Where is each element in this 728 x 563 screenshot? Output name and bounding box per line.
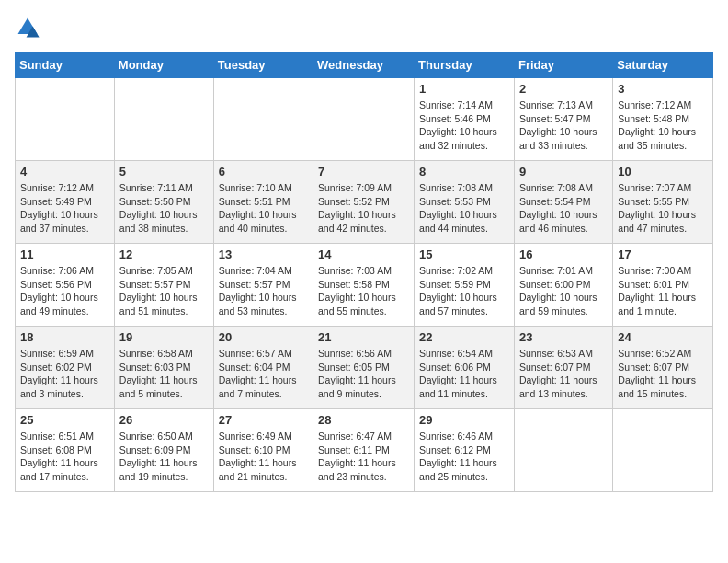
day-number: 20 <box>219 330 308 344</box>
calendar-cell: 4Sunrise: 7:12 AMSunset: 5:49 PMDaylight… <box>16 161 115 244</box>
day-info: Sunrise: 7:08 AMSunset: 5:54 PMDaylight:… <box>519 181 608 236</box>
calendar-cell <box>16 78 115 161</box>
day-info: Sunrise: 7:12 AMSunset: 5:48 PMDaylight:… <box>618 98 708 153</box>
day-number: 15 <box>419 247 509 261</box>
calendar-cell <box>213 78 313 161</box>
calendar-cell: 11Sunrise: 7:06 AMSunset: 5:56 PMDayligh… <box>16 244 115 327</box>
day-number: 16 <box>519 247 608 261</box>
day-info: Sunrise: 7:07 AMSunset: 5:55 PMDaylight:… <box>618 181 708 236</box>
calendar-cell: 27Sunrise: 6:49 AMSunset: 6:10 PMDayligh… <box>213 409 313 492</box>
day-number: 7 <box>318 165 409 178</box>
calendar-week-2: 4Sunrise: 7:12 AMSunset: 5:49 PMDaylight… <box>16 161 713 244</box>
day-number: 13 <box>219 247 308 261</box>
day-info: Sunrise: 6:46 AMSunset: 6:12 PMDaylight:… <box>419 430 509 484</box>
day-number: 28 <box>318 413 409 427</box>
calendar-cell: 14Sunrise: 7:03 AMSunset: 5:58 PMDayligh… <box>313 244 415 327</box>
calendar-cell: 22Sunrise: 6:54 AMSunset: 6:06 PMDayligh… <box>415 327 515 409</box>
calendar-cell: 2Sunrise: 7:13 AMSunset: 5:47 PMDaylight… <box>514 78 612 161</box>
calendar-cell: 20Sunrise: 6:57 AMSunset: 6:04 PMDayligh… <box>213 327 313 409</box>
day-info: Sunrise: 7:03 AMSunset: 5:58 PMDaylight:… <box>318 264 409 318</box>
calendar-cell: 5Sunrise: 7:11 AMSunset: 5:50 PMDaylight… <box>114 161 213 244</box>
day-number: 18 <box>20 330 109 344</box>
calendar-header-tuesday: Tuesday <box>213 52 313 78</box>
day-info: Sunrise: 6:51 AMSunset: 6:08 PMDaylight:… <box>20 430 109 484</box>
calendar-cell: 28Sunrise: 6:47 AMSunset: 6:11 PMDayligh… <box>313 409 415 492</box>
calendar-cell: 16Sunrise: 7:01 AMSunset: 6:00 PMDayligh… <box>514 244 612 327</box>
calendar-header-thursday: Thursday <box>415 52 515 78</box>
calendar-week-4: 18Sunrise: 6:59 AMSunset: 6:02 PMDayligh… <box>16 327 713 409</box>
day-number: 6 <box>219 165 308 178</box>
day-number: 3 <box>618 82 708 96</box>
calendar-cell: 3Sunrise: 7:12 AMSunset: 5:48 PMDaylight… <box>613 78 713 161</box>
day-info: Sunrise: 6:54 AMSunset: 6:06 PMDaylight:… <box>419 347 509 401</box>
calendar-cell: 25Sunrise: 6:51 AMSunset: 6:08 PMDayligh… <box>16 409 115 492</box>
calendar-week-1: 1Sunrise: 7:14 AMSunset: 5:46 PMDaylight… <box>16 78 713 161</box>
day-info: Sunrise: 7:04 AMSunset: 5:57 PMDaylight:… <box>219 264 308 318</box>
header <box>15 15 713 40</box>
day-info: Sunrise: 6:58 AMSunset: 6:03 PMDaylight:… <box>119 347 209 401</box>
day-number: 2 <box>519 82 608 96</box>
calendar-table: SundayMondayTuesdayWednesdayThursdayFrid… <box>15 52 713 492</box>
day-info: Sunrise: 7:06 AMSunset: 5:56 PMDaylight:… <box>20 264 109 318</box>
calendar-header-sunday: Sunday <box>16 52 115 78</box>
day-info: Sunrise: 7:01 AMSunset: 6:00 PMDaylight:… <box>519 264 608 318</box>
calendar-cell: 29Sunrise: 6:46 AMSunset: 6:12 PMDayligh… <box>415 409 515 492</box>
day-number: 1 <box>419 82 509 96</box>
calendar-cell: 19Sunrise: 6:58 AMSunset: 6:03 PMDayligh… <box>114 327 213 409</box>
calendar-week-3: 11Sunrise: 7:06 AMSunset: 5:56 PMDayligh… <box>16 244 713 327</box>
day-number: 21 <box>318 330 409 344</box>
calendar-header-saturday: Saturday <box>613 52 713 78</box>
day-number: 5 <box>119 165 209 178</box>
day-info: Sunrise: 7:11 AMSunset: 5:50 PMDaylight:… <box>119 181 209 236</box>
calendar-cell: 15Sunrise: 7:02 AMSunset: 5:59 PMDayligh… <box>415 244 515 327</box>
day-number: 12 <box>119 247 209 261</box>
day-number: 4 <box>20 165 109 178</box>
day-number: 14 <box>318 247 409 261</box>
calendar-cell: 21Sunrise: 6:56 AMSunset: 6:05 PMDayligh… <box>313 327 415 409</box>
day-number: 23 <box>519 330 608 344</box>
day-info: Sunrise: 6:56 AMSunset: 6:05 PMDaylight:… <box>318 347 409 401</box>
day-info: Sunrise: 6:59 AMSunset: 6:02 PMDaylight:… <box>20 347 109 401</box>
calendar-cell: 9Sunrise: 7:08 AMSunset: 5:54 PMDaylight… <box>514 161 612 244</box>
day-number: 10 <box>618 165 708 178</box>
day-info: Sunrise: 6:47 AMSunset: 6:11 PMDaylight:… <box>318 430 409 484</box>
calendar-cell: 26Sunrise: 6:50 AMSunset: 6:09 PMDayligh… <box>114 409 213 492</box>
calendar-cell: 12Sunrise: 7:05 AMSunset: 5:57 PMDayligh… <box>114 244 213 327</box>
day-info: Sunrise: 7:09 AMSunset: 5:52 PMDaylight:… <box>318 181 409 236</box>
calendar-cell: 7Sunrise: 7:09 AMSunset: 5:52 PMDaylight… <box>313 161 415 244</box>
calendar-cell: 17Sunrise: 7:00 AMSunset: 6:01 PMDayligh… <box>613 244 713 327</box>
logo-icon <box>15 15 40 40</box>
calendar-cell: 8Sunrise: 7:08 AMSunset: 5:53 PMDaylight… <box>415 161 515 244</box>
day-number: 8 <box>419 165 509 178</box>
day-info: Sunrise: 7:10 AMSunset: 5:51 PMDaylight:… <box>219 181 308 236</box>
day-number: 25 <box>20 413 109 427</box>
day-number: 11 <box>20 247 109 261</box>
calendar-cell: 18Sunrise: 6:59 AMSunset: 6:02 PMDayligh… <box>16 327 115 409</box>
calendar-cell: 1Sunrise: 7:14 AMSunset: 5:46 PMDaylight… <box>415 78 515 161</box>
logo <box>15 15 44 40</box>
calendar-cell: 24Sunrise: 6:52 AMSunset: 6:07 PMDayligh… <box>613 327 713 409</box>
day-number: 9 <box>519 165 608 178</box>
day-number: 27 <box>219 413 308 427</box>
day-number: 22 <box>419 330 509 344</box>
calendar-cell <box>114 78 213 161</box>
day-info: Sunrise: 6:49 AMSunset: 6:10 PMDaylight:… <box>219 430 308 484</box>
day-number: 19 <box>119 330 209 344</box>
calendar-cell: 13Sunrise: 7:04 AMSunset: 5:57 PMDayligh… <box>213 244 313 327</box>
calendar-cell <box>514 409 612 492</box>
day-info: Sunrise: 6:57 AMSunset: 6:04 PMDaylight:… <box>219 347 308 401</box>
calendar-cell <box>313 78 415 161</box>
calendar-cell: 10Sunrise: 7:07 AMSunset: 5:55 PMDayligh… <box>613 161 713 244</box>
calendar-cell <box>613 409 713 492</box>
day-info: Sunrise: 7:00 AMSunset: 6:01 PMDaylight:… <box>618 264 708 318</box>
day-info: Sunrise: 7:05 AMSunset: 5:57 PMDaylight:… <box>119 264 209 318</box>
day-info: Sunrise: 6:53 AMSunset: 6:07 PMDaylight:… <box>519 347 608 401</box>
calendar-header-row: SundayMondayTuesdayWednesdayThursdayFrid… <box>16 52 713 78</box>
calendar-cell: 6Sunrise: 7:10 AMSunset: 5:51 PMDaylight… <box>213 161 313 244</box>
day-number: 26 <box>119 413 209 427</box>
day-number: 24 <box>618 330 708 344</box>
calendar-week-5: 25Sunrise: 6:51 AMSunset: 6:08 PMDayligh… <box>16 409 713 492</box>
calendar-header-friday: Friday <box>514 52 612 78</box>
day-info: Sunrise: 7:02 AMSunset: 5:59 PMDaylight:… <box>419 264 509 318</box>
day-info: Sunrise: 6:52 AMSunset: 6:07 PMDaylight:… <box>618 347 708 401</box>
